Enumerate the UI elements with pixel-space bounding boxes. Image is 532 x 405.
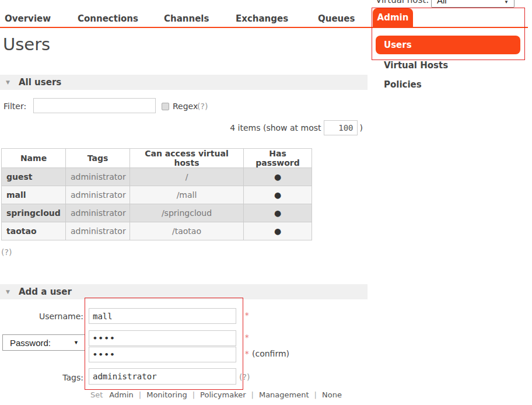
table-row: guest administrator / ● [2,168,312,186]
virtual-host-select[interactable]: All ▼ [431,0,514,8]
add-user-section-header[interactable]: ▼ Add a user [0,284,368,299]
chevron-down-icon: ▼ [504,0,509,5]
tab-exchanges[interactable]: Exchanges [236,13,288,24]
collapse-triangle-icon: ▼ [6,79,10,85]
has-password-dot-icon: ● [244,168,312,186]
all-users-section-header[interactable]: ▼ All users [0,75,368,90]
tab-overview[interactable]: Overview [5,13,51,24]
set-option-admin[interactable]: Admin [109,390,133,399]
items-count-text: 4 items (show at most [230,123,321,132]
user-name-link[interactable]: guest [2,168,66,186]
nav-underline [0,27,528,28]
items-count-row: 4 items (show at most ) [216,120,363,135]
user-name-link[interactable]: springcloud [2,204,66,222]
separator: | [251,390,254,399]
tab-admin-active[interactable]: Admin [373,8,413,28]
virtual-host-label: Virtual host: [376,0,429,5]
required-asterisk: * [244,349,249,358]
separator: | [192,390,195,399]
sidebar-item-virtual-hosts[interactable]: Virtual Hosts [384,60,448,71]
user-tags-cell: administrator [66,204,130,222]
set-option-monitoring[interactable]: Monitoring [146,390,187,399]
table-row: taotao administrator /taotao ● [2,222,312,240]
set-option-policymaker[interactable]: Policymaker [200,390,246,399]
confirm-label: (confirm) [252,349,289,358]
required-asterisk: * [244,333,249,342]
user-name-link[interactable]: taotao [2,222,66,240]
user-vhosts-cell: /taotao [130,222,244,240]
has-password-dot-icon: ● [244,222,312,240]
items-count-suffix: ) [360,123,363,132]
tags-input[interactable] [89,368,236,385]
rabbitmq-users-page: { "topbar": { "virtual_host_label": "Vir… [0,0,532,405]
column-header-has-password: Has password [244,149,312,168]
table-help-link[interactable]: (?) [1,247,12,257]
set-label: Set [90,390,103,399]
page-title: Users [3,34,50,54]
all-users-section-title: All users [19,77,61,88]
set-option-none[interactable]: None [322,390,342,399]
user-vhosts-cell: /mall [130,186,244,204]
table-row: mall administrator /mall ● [2,186,312,204]
username-input[interactable] [89,308,236,324]
filter-label: Filter: [4,102,26,111]
user-name-link[interactable]: mall [2,186,66,204]
user-tags-cell: administrator [66,186,130,204]
sidebar-item-policies[interactable]: Policies [384,79,422,90]
regex-label: Regex [173,102,198,111]
set-option-management[interactable]: Management [259,390,309,399]
column-header-name: Name [2,149,66,168]
separator: | [314,390,317,399]
user-vhosts-cell: / [130,168,244,186]
column-header-tags: Tags [66,149,130,168]
virtual-host-selected-value: All [437,0,447,5]
column-header-vhosts: Can access virtual hosts [130,149,244,168]
has-password-dot-icon: ● [244,204,312,222]
table-row: springcloud administrator /springcloud ● [2,204,312,222]
required-asterisk: * [244,310,249,320]
tag-presets-row: Set Admin | Monitoring | Policymaker | M… [90,390,342,399]
password-type-select[interactable]: Password: ▼ [2,334,85,351]
password-input[interactable] [89,330,236,346]
users-table: Name Tags Can access virtual hosts Has p… [1,148,312,240]
user-vhosts-cell: /springcloud [130,204,244,222]
password-type-selected-value: Password: [10,338,51,348]
tags-label: Tags: [0,373,83,382]
tab-connections[interactable]: Connections [78,13,138,24]
password-confirm-input[interactable] [89,347,236,362]
has-password-dot-icon: ● [244,186,312,204]
chevron-down-icon: ▼ [74,340,79,345]
show-at-most-input[interactable] [324,120,358,135]
add-user-section-title: Add a user [19,287,72,297]
regex-checkbox[interactable] [162,103,169,110]
collapse-triangle-icon: ▼ [6,289,10,295]
sidebar-item-users-active[interactable]: Users [376,36,520,54]
filter-input[interactable] [33,98,156,113]
username-label: Username: [0,312,83,321]
user-tags-cell: administrator [66,168,130,186]
separator: | [139,390,141,399]
table-header-row: Name Tags Can access virtual hosts Has p… [2,149,312,168]
tab-channels[interactable]: Channels [164,13,209,24]
regex-help-link[interactable]: (?) [197,102,208,111]
tab-queues[interactable]: Queues [318,13,355,24]
user-tags-cell: administrator [66,222,130,240]
tags-help-link[interactable]: (?) [239,372,250,382]
